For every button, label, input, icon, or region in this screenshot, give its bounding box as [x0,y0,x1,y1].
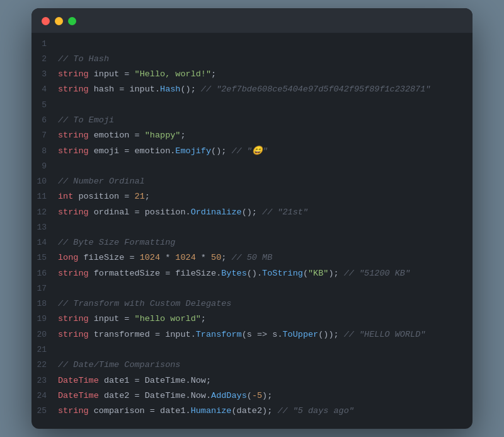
line-8: 8 string emoji = emotion.Emojify(); // "… [32,144,472,159]
line-23: 23 DateTime date1 = DateTime.Now; [32,373,472,388]
line-2: 2 // To Hash [32,52,472,67]
line-20: 20 string transformed = input.Transform(… [32,327,472,342]
line-19: 19 string input = "hello world"; [32,312,472,327]
editor-window: 1 2 // To Hash 3 string input = "Hello, … [32,8,472,429]
line-10: 10 // Number Ordinal [32,174,472,189]
line-13: 13 [32,220,472,235]
line-25: 25 string comparison = date1.Humanize(da… [32,404,472,419]
line-14: 14 // Byte Size Formatting [32,235,472,250]
line-24: 24 DateTime date2 = DateTime.Now.AddDays… [32,388,472,404]
titlebar [32,8,472,33]
line-6: 6 // To Emoji [32,113,472,128]
line-12: 12 string ordinal = position.Ordinalize(… [32,205,472,220]
line-17: 17 [32,281,472,296]
line-22: 22 // Date/Time Comparisons [32,358,472,373]
maximize-button[interactable] [68,17,76,25]
line-15: 15 long fileSize = 1024 * 1024 * 50; // … [32,250,472,265]
minimize-button[interactable] [55,17,63,25]
code-editor: 1 2 // To Hash 3 string input = "Hello, … [32,33,472,429]
line-18: 18 // Transform with Custom Delegates [32,296,472,312]
line-9: 9 [32,159,472,174]
line-3: 3 string input = "Hello, world!"; [32,67,472,82]
line-16: 16 string formattedSize = fileSize.Bytes… [32,266,472,281]
line-1: 1 [32,37,472,52]
line-5: 5 [32,98,472,113]
close-button[interactable] [42,17,50,25]
line-7: 7 string emotion = "happy"; [32,128,472,143]
line-4: 4 string hash = input.Hash(); // "2ef7bd… [32,82,472,97]
line-11: 11 int position = 21; [32,189,472,204]
line-21: 21 [32,342,472,358]
